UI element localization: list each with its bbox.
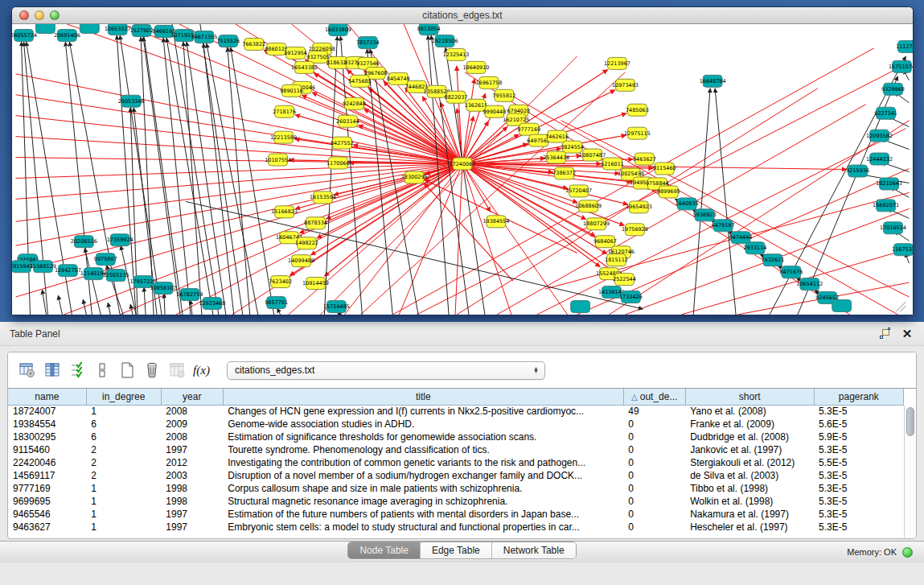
cell-short[interactable]: de Silva et al. (2003) bbox=[685, 469, 814, 482]
cell-out_degree[interactable]: 0 bbox=[623, 431, 685, 443]
graph-node-yellow[interactable]: 10807487 bbox=[579, 149, 606, 161]
table-row[interactable]: 946362711997Embryonic stem cells: a mode… bbox=[8, 521, 904, 534]
show-columns-icon[interactable] bbox=[41, 360, 63, 381]
graph-node-teal[interactable]: 2933114 bbox=[744, 242, 767, 254]
graph-node-teal[interactable]: 1527802 bbox=[130, 24, 154, 36]
graph-node-teal[interactable]: 12505135 bbox=[103, 270, 129, 282]
graph-node-yellow[interactable]: 15720407 bbox=[565, 185, 592, 197]
graph-node-teal[interactable]: 14671355 bbox=[191, 31, 217, 43]
graph-node-teal[interactable]: 16782759 bbox=[176, 289, 203, 301]
graph-node-yellow[interactable]: 2603144 bbox=[336, 115, 359, 127]
graph-node-teal[interactable]: 1733426 bbox=[619, 291, 643, 303]
close-icon[interactable]: ✕ bbox=[900, 328, 914, 340]
graph-node-teal[interactable]: 12923468 bbox=[199, 298, 225, 310]
cell-out_degree[interactable]: 0 bbox=[623, 456, 685, 469]
function-builder-icon[interactable]: f(x) bbox=[191, 360, 212, 381]
table-row[interactable]: 911546021997Tourette syndrome. Phenomeno… bbox=[8, 443, 904, 456]
table-row[interactable]: 1872400712008Changes of HCN gene express… bbox=[8, 405, 904, 418]
cell-out_degree[interactable]: 0 bbox=[623, 418, 685, 431]
graph-node-yellow[interactable]: 7485063 bbox=[626, 104, 649, 116]
graph-node-teal[interactable] bbox=[35, 24, 55, 33]
graph-node-yellow[interactable]: 16543382 bbox=[291, 61, 318, 73]
graph-node-teal[interactable]: 1167533 bbox=[892, 244, 913, 256]
graph-node-yellow[interactable]: 1815112 bbox=[605, 254, 628, 266]
table-row[interactable]: 1456911722003Disruption of a novel membe… bbox=[8, 469, 904, 482]
cell-year[interactable]: 1997 bbox=[161, 508, 223, 521]
cell-out_degree[interactable]: 0 bbox=[623, 443, 685, 456]
row-options-icon[interactable] bbox=[91, 360, 113, 381]
canvas-resize-grip[interactable] bbox=[897, 302, 906, 311]
graph-node-teal[interactable]: 7857234 bbox=[356, 36, 380, 48]
graph-node-yellow[interactable]: 8427552 bbox=[331, 137, 354, 149]
cell-out_degree[interactable]: 0 bbox=[623, 521, 685, 534]
table-scrollbar[interactable] bbox=[904, 406, 916, 539]
delete-column-icon[interactable] bbox=[141, 360, 162, 381]
cell-name[interactable]: 9465546 bbox=[8, 508, 86, 521]
graph-node-yellow[interactable]: 12325413 bbox=[443, 48, 470, 60]
cell-title[interactable]: Disruption of a novel member of a sodium… bbox=[223, 469, 623, 482]
graph-node-teal[interactable]: 12093582 bbox=[866, 130, 893, 142]
column-header-year[interactable]: year bbox=[161, 389, 223, 405]
column-header-short[interactable]: short bbox=[685, 389, 814, 405]
cell-pagerank[interactable]: 5.3E-5 bbox=[814, 508, 903, 521]
graph-node-teal[interactable]: 16648784 bbox=[700, 75, 726, 87]
cell-year[interactable]: 2008 bbox=[161, 431, 223, 443]
cell-pagerank[interactable]: 5.5E-5 bbox=[814, 456, 903, 469]
graph-node-teal[interactable]: 8471676 bbox=[779, 266, 803, 278]
cell-pagerank[interactable]: 5.6E-5 bbox=[814, 418, 903, 431]
cell-pagerank[interactable]: 5.3E-5 bbox=[814, 469, 903, 482]
graph-node-yellow[interactable]: 1170066 bbox=[326, 157, 350, 169]
graph-node-teal[interactable]: 29053346 bbox=[118, 95, 145, 107]
graph-node-yellow[interactable]: 9115460 bbox=[653, 163, 676, 175]
graph-node-yellow[interactable]: 9684067 bbox=[593, 236, 617, 248]
graph-node-yellow[interactable]: 12975115 bbox=[624, 127, 651, 139]
table-row[interactable]: 977716911998Corpus callosum shape and si… bbox=[8, 482, 904, 495]
column-header-name[interactable]: name bbox=[8, 389, 86, 405]
graph-node-teal[interactable]: 1640935 bbox=[676, 198, 699, 210]
graph-node-yellow[interactable]: 19654923 bbox=[626, 201, 652, 213]
graph-node-yellow[interactable]: 9899695 bbox=[657, 186, 680, 198]
cell-short[interactable]: Wolkin et al. (1998) bbox=[685, 495, 814, 508]
graph-node-yellow[interactable]: 14099489 bbox=[288, 255, 314, 267]
table-row[interactable]: 1830029562008Estimation of significance … bbox=[8, 431, 904, 443]
graph-node-teal[interactable]: 9215936 bbox=[846, 165, 869, 177]
graph-node-teal[interactable]: 15751074 bbox=[889, 60, 913, 72]
graph-node-yellow[interactable]: 18640910 bbox=[462, 61, 489, 73]
graph-node-yellow[interactable]: 10688609 bbox=[575, 200, 602, 212]
cell-in_degree[interactable]: 2 bbox=[86, 469, 161, 482]
graph-node-yellow[interactable]: 5475685 bbox=[348, 75, 372, 87]
cell-title[interactable]: Corpus callosum shape and size in male p… bbox=[223, 482, 623, 495]
cell-out_degree[interactable]: 0 bbox=[623, 482, 685, 495]
cell-name[interactable]: 9777169 bbox=[8, 482, 86, 495]
graph-node-teal[interactable]: 18210643 bbox=[876, 178, 902, 190]
network-window[interactable]: citations_edges.txt 76638229860126591295… bbox=[11, 6, 914, 315]
cell-name[interactable]: 18300295 bbox=[8, 431, 86, 443]
graph-node-yellow[interactable]: 17240067 bbox=[450, 158, 476, 170]
graph-node-yellow[interactable]: 1498222 bbox=[295, 237, 318, 249]
cell-name[interactable]: 9463627 bbox=[8, 521, 86, 534]
graph-node-yellow[interactable]: 2522544 bbox=[613, 274, 636, 286]
graph-node-teal[interactable]: 19218506 bbox=[432, 35, 458, 47]
graph-node-teal[interactable]: 20691406 bbox=[54, 29, 80, 41]
cell-in_degree[interactable]: 6 bbox=[86, 431, 161, 443]
graph-node-teal[interactable]: 8813054 bbox=[417, 24, 441, 35]
cell-name[interactable]: 9115460 bbox=[8, 443, 86, 456]
delete-table-icon[interactable] bbox=[166, 360, 187, 381]
cell-title[interactable]: Estimation of the future numbers of pati… bbox=[223, 508, 623, 521]
cell-short[interactable]: Jankovic et al. (1997) bbox=[685, 443, 814, 456]
cell-out_degree[interactable]: 49 bbox=[623, 405, 685, 418]
graph-node-yellow[interactable]: 7955812 bbox=[492, 89, 515, 101]
table-mode-icon[interactable] bbox=[16, 360, 38, 381]
cell-title[interactable]: Investigating the contribution of common… bbox=[223, 456, 623, 469]
graph-node-yellow[interactable]: 9242848 bbox=[343, 97, 366, 109]
network-selector[interactable]: citations_edges.txt ▲▼ bbox=[227, 361, 545, 380]
cell-pagerank[interactable]: 5.3E-5 bbox=[814, 521, 903, 534]
graph-node-teal[interactable]: 24055724 bbox=[12, 29, 37, 41]
cell-title[interactable]: Estimation of significance thresholds fo… bbox=[223, 431, 623, 443]
cell-title[interactable]: Embryonic stem cells: a model to study s… bbox=[223, 521, 623, 534]
graph-node-yellow[interactable]: 10107554 bbox=[265, 154, 291, 166]
cell-name[interactable]: 19384554 bbox=[8, 418, 86, 431]
cell-pagerank[interactable]: 5.3E-5 bbox=[814, 405, 903, 418]
cell-year[interactable]: 1997 bbox=[161, 521, 223, 534]
float-window-icon[interactable] bbox=[877, 328, 892, 340]
